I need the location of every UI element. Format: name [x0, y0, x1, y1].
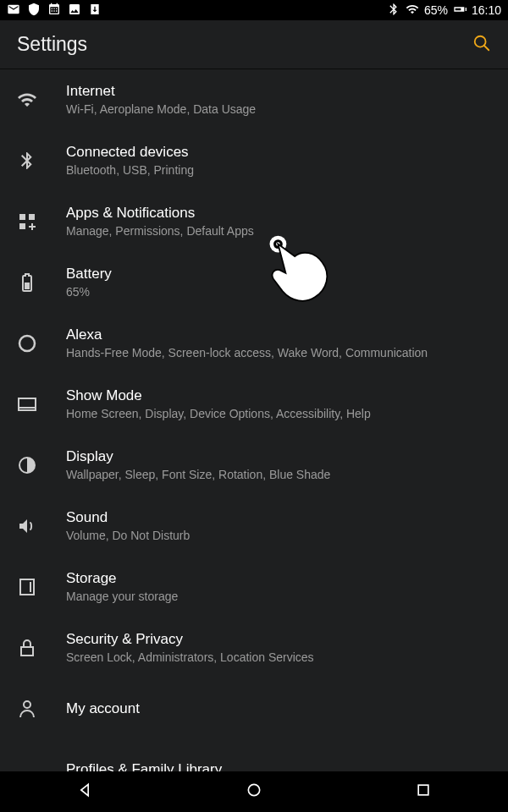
- shield-icon: [27, 3, 41, 19]
- svg-point-14: [248, 784, 259, 795]
- settings-item-subtitle: Manage your storage: [66, 589, 178, 605]
- search-button[interactable]: [472, 34, 491, 56]
- back-button[interactable]: [76, 782, 93, 802]
- app-header: Settings: [0, 20, 508, 69]
- settings-item-text: Profiles & Family Library: [66, 761, 222, 771]
- settings-item-sound[interactable]: SoundVolume, Do Not Disturb: [0, 496, 508, 557]
- battery-icon: [17, 272, 66, 293]
- settings-item-show-mode[interactable]: Show ModeHome Screen, Display, Device Op…: [0, 374, 508, 435]
- contrast-icon: [17, 455, 66, 475]
- mail-icon: [7, 3, 20, 19]
- search-icon: [472, 41, 491, 55]
- svg-point-13: [24, 701, 30, 708]
- bluetooth-status-icon: [387, 3, 400, 19]
- settings-item-title: Battery: [66, 266, 112, 283]
- download-icon: [88, 3, 102, 19]
- settings-item-text: Apps & NotificationsManage, Permissions,…: [66, 205, 254, 239]
- settings-item-subtitle: Bluetooth, USB, Printing: [66, 162, 194, 178]
- settings-item-title: Display: [66, 448, 330, 465]
- bluetooth-icon: [17, 151, 66, 171]
- lock-icon: [17, 638, 66, 658]
- clock-text: 16:10: [472, 3, 501, 17]
- settings-item-title: Security & Privacy: [66, 631, 314, 648]
- settings-item-storage[interactable]: StorageManage your storage: [0, 557, 508, 617]
- picture-icon: [68, 3, 81, 19]
- settings-item-text: Show ModeHome Screen, Display, Device Op…: [66, 387, 371, 422]
- svg-line-1: [484, 45, 489, 50]
- status-bar: 65% 16:10: [0, 0, 508, 20]
- settings-item-text: StorageManage your storage: [66, 570, 178, 605]
- settings-item-title: Apps & Notifications: [66, 205, 254, 222]
- sound-icon: [17, 516, 66, 536]
- home-button[interactable]: [246, 782, 262, 802]
- settings-item-text: Connected devicesBluetooth, USB, Printin…: [66, 144, 194, 178]
- calendar-icon: [47, 3, 61, 19]
- settings-item-title: Connected devices: [66, 144, 194, 161]
- settings-item-title: Sound: [66, 509, 190, 526]
- settings-item-title: Internet: [66, 83, 256, 100]
- settings-item-apps-notifications[interactable]: Apps & NotificationsManage, Permissions,…: [0, 191, 508, 252]
- nav-bar: [0, 771, 508, 812]
- alexa-icon: [17, 333, 66, 354]
- settings-item-subtitle: Wallpaper, Sleep, Font Size, Rotation, B…: [66, 467, 330, 483]
- battery-status-icon: [453, 3, 467, 19]
- svg-rect-12: [21, 647, 33, 656]
- svg-rect-15: [418, 785, 428, 795]
- settings-item-text: DisplayWallpaper, Sleep, Font Size, Rota…: [66, 448, 330, 483]
- settings-item-alexa[interactable]: AlexaHands-Free Mode, Screen-lock access…: [0, 313, 508, 374]
- svg-rect-3: [29, 214, 35, 220]
- status-left: [7, 3, 102, 19]
- settings-item-title: Show Mode: [66, 387, 371, 404]
- settings-item-text: Security & PrivacyScreen Lock, Administr…: [66, 631, 314, 666]
- recent-button[interactable]: [415, 782, 432, 802]
- settings-item-subtitle: Hands-Free Mode, Screen-lock access, Wak…: [66, 345, 428, 361]
- settings-item-subtitle: Volume, Do Not Disturb: [66, 528, 190, 544]
- settings-item-text: My account: [66, 700, 140, 717]
- settings-item-battery[interactable]: Battery65%: [0, 252, 508, 313]
- storage-icon: [17, 577, 66, 597]
- settings-item-my-account[interactable]: My account: [0, 678, 508, 739]
- recent-icon: [415, 787, 432, 801]
- settings-item-security-privacy[interactable]: Security & PrivacyScreen Lock, Administr…: [0, 617, 508, 678]
- apps-icon: [17, 211, 66, 232]
- wifi-icon: [17, 90, 66, 110]
- back-icon: [76, 787, 93, 801]
- settings-item-subtitle: Home Screen, Display, Device Options, Ac…: [66, 406, 371, 422]
- svg-rect-4: [19, 223, 25, 229]
- settings-item-subtitle: 65%: [66, 284, 112, 300]
- page-title: Settings: [17, 33, 472, 56]
- settings-item-subtitle: Manage, Permissions, Default Apps: [66, 223, 254, 239]
- monitor-icon: [17, 394, 66, 414]
- settings-item-display[interactable]: DisplayWallpaper, Sleep, Font Size, Rota…: [0, 435, 508, 496]
- settings-item-text: SoundVolume, Do Not Disturb: [66, 509, 190, 544]
- svg-rect-5: [25, 283, 30, 289]
- settings-item-text: Battery65%: [66, 266, 112, 300]
- settings-item-title: Profiles & Family Library: [66, 761, 222, 771]
- settings-item-title: Alexa: [66, 326, 428, 343]
- status-right: 65% 16:10: [387, 3, 501, 19]
- screen: 65% 16:10 Settings InternetWi-Fi, Aeropl…: [0, 0, 508, 812]
- settings-item-subtitle: Screen Lock, Administrators, Location Se…: [66, 650, 314, 666]
- battery-pct-text: 65%: [424, 3, 448, 17]
- svg-rect-2: [19, 214, 25, 220]
- settings-list[interactable]: InternetWi-Fi, Aeroplane Mode, Data Usag…: [0, 69, 508, 771]
- svg-rect-10: [20, 579, 34, 595]
- home-icon: [246, 787, 262, 801]
- settings-item-internet[interactable]: InternetWi-Fi, Aeroplane Mode, Data Usag…: [0, 69, 508, 130]
- settings-item-connected-devices[interactable]: Connected devicesBluetooth, USB, Printin…: [0, 130, 508, 191]
- settings-item-title: My account: [66, 700, 140, 717]
- settings-item-title: Storage: [66, 570, 178, 587]
- person-icon: [17, 699, 66, 719]
- svg-point-6: [19, 336, 35, 351]
- settings-item-text: AlexaHands-Free Mode, Screen-lock access…: [66, 326, 428, 361]
- settings-item-subtitle: Wi-Fi, Aeroplane Mode, Data Usage: [66, 102, 256, 118]
- wifi-status-icon: [406, 3, 419, 19]
- settings-item-text: InternetWi-Fi, Aeroplane Mode, Data Usag…: [66, 83, 256, 118]
- settings-item-profiles-family-library[interactable]: Profiles & Family Library: [0, 739, 508, 771]
